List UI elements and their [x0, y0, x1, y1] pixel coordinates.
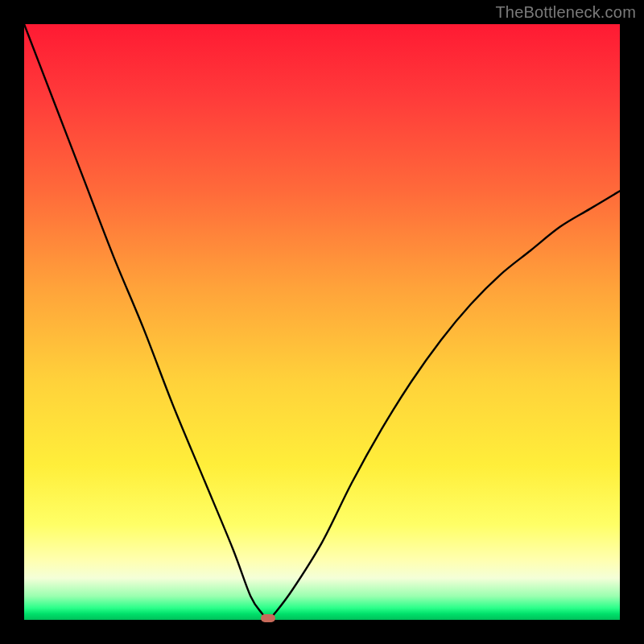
plot-area: [24, 24, 620, 620]
watermark-text: TheBottleneck.com: [495, 3, 636, 22]
bottleneck-curve: [24, 24, 620, 620]
min-marker: [261, 614, 275, 622]
chart-frame: TheBottleneck.com: [0, 0, 644, 644]
